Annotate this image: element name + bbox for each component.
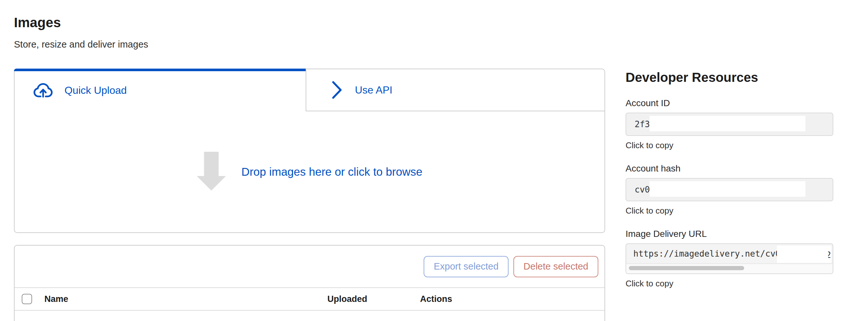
- main-content: Quick Upload Use API: [14, 69, 868, 321]
- page-title: Images: [14, 0, 868, 30]
- image-delivery-url-redaction: [777, 246, 831, 263]
- upload-card: Quick Upload Use API: [14, 69, 605, 233]
- image-delivery-url-copy-hint: Click to copy: [625, 279, 833, 288]
- account-id-copy-hint: Click to copy: [625, 140, 833, 150]
- cloud-upload-icon: [33, 82, 54, 98]
- horizontal-scrollbar[interactable]: [626, 264, 833, 274]
- list-toolbar: Export selected Delete selected: [14, 246, 604, 288]
- export-selected-button[interactable]: Export selected: [424, 256, 508, 277]
- select-all-checkbox[interactable]: [22, 294, 32, 304]
- upload-section: Quick Upload Use API: [14, 69, 605, 321]
- column-header-uploaded: Uploaded: [328, 294, 420, 304]
- developer-resources-heading: Developer Resources: [625, 70, 833, 85]
- dropzone-label: Drop images here or click to browse: [242, 165, 422, 178]
- tab-quick-upload-label: Quick Upload: [64, 84, 127, 97]
- upload-tabs: Quick Upload Use API: [14, 69, 604, 111]
- arrow-down-icon: [197, 152, 226, 192]
- account-id-redaction: [650, 116, 805, 131]
- image-delivery-url-label: Image Delivery URL: [625, 228, 833, 240]
- delete-selected-button[interactable]: Delete selected: [514, 256, 598, 277]
- account-id-copy-box[interactable]: 2f3d: [625, 113, 833, 136]
- images-page: Images Store, resize and deliver images: [0, 0, 868, 321]
- account-hash-copy-box[interactable]: cv0J: [625, 178, 833, 201]
- page-subtitle: Store, resize and deliver images: [14, 39, 868, 50]
- dropzone[interactable]: Drop images here or click to browse: [14, 111, 604, 232]
- account-id-label: Account ID: [625, 98, 833, 109]
- column-header-name: Name: [44, 294, 328, 304]
- tab-quick-upload[interactable]: Quick Upload: [14, 69, 306, 111]
- developer-resources-panel: Developer Resources Account ID 2f3d Clic…: [625, 69, 833, 288]
- column-header-actions: Actions: [420, 294, 604, 304]
- tab-use-api[interactable]: Use API: [306, 69, 604, 111]
- account-hash-redaction: [650, 181, 805, 197]
- image-list-card: Export selected Delete selected Name Upl…: [14, 245, 605, 321]
- image-delivery-url-copy-box[interactable]: https://imagedelivery.net/cv0JSj 2: [625, 243, 833, 274]
- scrollbar-thumb[interactable]: [629, 266, 744, 270]
- account-hash-copy-hint: Click to copy: [625, 206, 833, 215]
- chevron-right-icon: [332, 80, 343, 99]
- image-delivery-url-fragment: 2: [828, 250, 831, 259]
- tab-use-api-label: Use API: [355, 84, 393, 96]
- account-hash-label: Account hash: [625, 163, 833, 174]
- table-header-row: Name Uploaded Actions: [14, 288, 604, 311]
